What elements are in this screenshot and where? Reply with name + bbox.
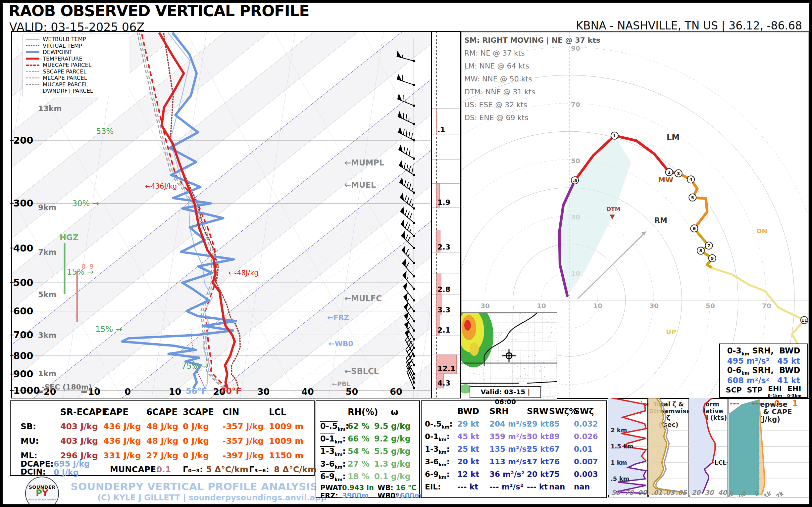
svg-text:←MUEL: ←MUEL <box>344 180 376 190</box>
kin-header: SWζ% <box>549 406 577 416</box>
svg-text:90: 90 <box>638 489 647 496</box>
svg-text:8: 8 <box>699 248 702 253</box>
svg-text:2.1: 2.1 <box>438 326 450 334</box>
svg-text:6: 6 <box>693 226 696 231</box>
kin-header: BWD <box>457 406 479 416</box>
kin-value: 75 <box>549 470 560 478</box>
thermo-value: -357 J/kg <box>222 421 264 431</box>
storm-motion-line: RM: NE @ 37 kts <box>464 47 600 60</box>
svg-text:←SBLCL: ←SBLCL <box>344 367 379 376</box>
kin-value: 25 kt <box>527 445 549 453</box>
kin-value: nan <box>574 483 590 491</box>
svg-text:10: 10 <box>537 302 546 310</box>
legend-item: DWNDRFT PARCEL <box>26 88 125 94</box>
kin-value: 85 <box>549 419 560 428</box>
svg-text:30: 30 <box>480 302 490 310</box>
legend-item: TEMPERATURE <box>26 56 125 62</box>
legend-item: MUCAPE PARCEL <box>26 81 125 88</box>
legend-line-sample <box>26 84 39 85</box>
thermo-value: 436 J/kg <box>103 421 141 431</box>
svg-text:15% →: 15% → <box>67 267 94 277</box>
svg-text:-SFC (180m) -: -SFC (180m) - <box>41 383 98 391</box>
mixing-ratio-value: 0.1 g/kg <box>374 472 411 481</box>
legend-item: WETBULB TEMP <box>26 36 125 43</box>
thermo-value: 0 J/kg <box>183 436 209 446</box>
storm-motion-line: DS: ENE @ 69 kts <box>464 111 600 124</box>
svg-text:70: 70 <box>625 489 634 496</box>
legend-label: DWNDRFT PARCEL <box>43 88 93 94</box>
svg-text:30: 30 <box>257 387 270 397</box>
mixing-ratio-value: 1.3 g/kg <box>374 459 411 469</box>
svg-text:.01: .01 <box>651 489 662 496</box>
kin-value: 113 m²/s² <box>490 457 530 466</box>
wb-label: WB: <box>377 484 393 492</box>
legend-label: TEMPERATURE <box>43 56 83 62</box>
kin-value: 359 m²/s² <box>490 432 530 441</box>
kin-value: 29 kt <box>527 419 549 428</box>
svg-text:2.8: 2.8 <box>438 285 450 293</box>
wb0-value: 2600m <box>395 492 421 500</box>
svg-text:1 km: 1 km <box>611 459 627 466</box>
kin-value: 29 kt <box>457 419 479 428</box>
kin-value: --- kt <box>457 483 478 491</box>
svg-text:30: 30 <box>649 302 659 310</box>
svg-text:←436J/kg: ←436J/kg <box>145 182 177 190</box>
rh-row-label: 0-1km: <box>320 434 346 444</box>
kin-value: 135 m²/s² <box>490 445 530 453</box>
sounderpy-analysis-page: RAOB OBSERVED VERTICAL PROFILE VALID: 03… <box>0 0 812 507</box>
svg-text:900: 900 <box>13 368 34 380</box>
legend-line-sample <box>26 77 39 78</box>
omega-header: ω <box>391 407 398 417</box>
kin-row-label: 0-.5km: <box>425 419 452 430</box>
panel-plot-2: -LCL-203040 <box>689 398 728 497</box>
pwat-value: 0.943 in <box>342 484 374 492</box>
rh-value: 62 % <box>348 421 369 431</box>
rh-row-label: 0-.5km: <box>320 421 349 432</box>
svg-text:300: 300 <box>13 198 34 209</box>
svg-text:0: 0 <box>124 387 131 397</box>
thermo-row-label: MU: <box>20 436 39 446</box>
kin-value: nan <box>549 483 565 491</box>
legend-line-sample <box>26 91 39 91</box>
kin-value: 30 kt <box>527 432 549 441</box>
svg-text:30: 30 <box>705 489 714 496</box>
svg-text:3km: 3km <box>38 331 56 340</box>
svg-text:-LCL-: -LCL- <box>712 459 728 466</box>
legend-line-sample <box>26 39 39 40</box>
thermo-header: 6CAPE <box>146 407 177 417</box>
svg-text:3: 3 <box>677 171 680 176</box>
footer-tool-name: SOUNDERPY VERTICAL PROFILE ANALYSIS TOOL <box>66 481 358 493</box>
kin-row-label: 3-6km: <box>425 457 450 467</box>
svg-text:DN: DN <box>756 227 767 235</box>
station-label: KBNA - NASHVILLE, TN US | 36.12, -86.68 <box>576 19 802 32</box>
svg-text:1.5 km: 1.5 km <box>611 443 633 450</box>
svg-text:50: 50 <box>571 157 580 165</box>
thermo-header: SR-ECAPE <box>60 407 108 417</box>
svg-text:4.3: 4.3 <box>438 379 450 387</box>
srh-0-3-header: 0-3km SRH, BWD <box>720 346 807 356</box>
thermo-value: 296 J/kg <box>60 451 98 460</box>
svg-text:700: 700 <box>13 329 34 341</box>
storm-motion-line: DTM: NNE @ 31 kts <box>464 86 600 98</box>
legend-line-sample <box>26 45 39 46</box>
rh-table: RH(%)ω0-.5km:62 %9.5 g/kg0-1km:66 %9.2 g… <box>316 400 420 498</box>
rh-row-label: 1-3km: <box>320 447 346 457</box>
rh-row-label: 3-6km: <box>320 459 346 469</box>
svg-text:←PBL: ←PBL <box>332 380 350 388</box>
mixing-ratio-value: 9.2 g/kg <box>374 434 411 444</box>
svg-text:15% →: 15% → <box>95 325 122 334</box>
pwat-label: PWAT: <box>320 484 345 492</box>
kin-value: 204 m²/s² <box>490 419 530 428</box>
thermo-value: 331 J/kg <box>103 451 141 460</box>
dcin-value: 0 J/kg <box>54 468 79 477</box>
legend-label: MUECAPE PARCEL <box>43 62 91 68</box>
composite-headers: SCPSTP EHI0–1km EHI0–3km <box>720 386 807 399</box>
kin-value: 67 <box>549 445 560 453</box>
kin-value: 76 <box>549 457 560 466</box>
muncape-value: 0.1 <box>156 465 171 474</box>
svg-text:2: 2 <box>668 170 671 175</box>
legend-item: SBCAPE PARCEL <box>26 68 125 75</box>
svg-text:40: 40 <box>301 387 314 397</box>
svg-text:1km: 1km <box>38 369 56 378</box>
legend-line-sample <box>26 71 39 72</box>
